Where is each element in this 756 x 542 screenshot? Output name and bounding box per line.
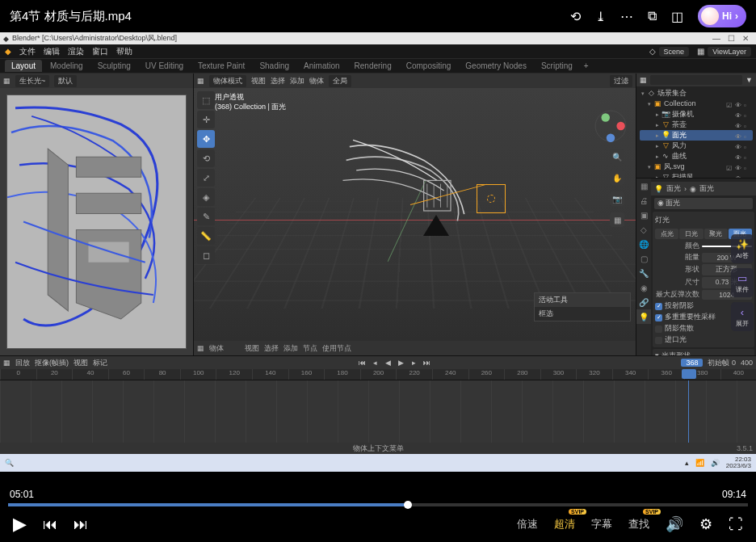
ai-button[interactable]: ✨AI答 <box>731 234 754 263</box>
outliner-type-icon[interactable]: ▦ <box>640 76 647 84</box>
tab-scripting[interactable]: Scripting <box>535 60 579 72</box>
filter-dropdown[interactable]: 过滤 <box>610 75 632 87</box>
light-name-field[interactable]: ◉ 面光 <box>654 197 753 210</box>
footer-view[interactable]: 视图 <box>245 343 259 354</box>
volume-icon[interactable]: 🔊 <box>711 459 720 467</box>
image-canvas[interactable] <box>0 88 193 355</box>
outliner-svg-item1[interactable]: ▸▽扫描风👁▫ <box>640 172 753 179</box>
outliner-root[interactable]: ▾◇场景集合 <box>640 88 753 99</box>
props-tab-view[interactable]: ▣ <box>636 208 651 222</box>
start-frame[interactable]: 初始帧 0 <box>708 358 736 368</box>
editor-icon[interactable]: ▦ <box>197 344 204 352</box>
select-menu[interactable]: 选择 <box>271 76 285 86</box>
settings-button[interactable]: ⚙ <box>699 515 712 533</box>
props-tab-modifier[interactable]: 🔧 <box>636 266 651 280</box>
props-tab-output[interactable]: 🖨 <box>636 193 651 208</box>
minimize-button[interactable]: — <box>709 34 724 43</box>
progress-bar[interactable] <box>8 503 748 506</box>
blender-logo-icon[interactable]: ◆ <box>5 47 11 56</box>
light-section-header[interactable]: 灯光 <box>655 213 752 227</box>
play-icon[interactable]: ▶ <box>395 359 406 367</box>
object-menu[interactable]: 物体 <box>309 76 324 86</box>
props-tab-object[interactable]: ▢ <box>636 251 651 266</box>
filter-icon[interactable]: ▼ <box>746 76 753 84</box>
outliner-arealight[interactable]: ▸💡面光👁▫ <box>640 130 753 141</box>
camera-view-icon[interactable]: 📷 <box>610 191 624 206</box>
play-reverse-icon[interactable]: ◀ <box>382 359 393 367</box>
transform-tool[interactable]: ◈ <box>197 188 215 206</box>
editor-type-icon[interactable]: ▦ <box>197 77 204 85</box>
theater-icon[interactable]: ◫ <box>671 9 683 24</box>
menu-window[interactable]: 窗口 <box>92 46 108 57</box>
tab-rendering[interactable]: Rendering <box>348 60 398 72</box>
menu-render[interactable]: 渲染 <box>68 46 84 57</box>
outliner-search[interactable] <box>650 75 742 85</box>
viewlayer-selector[interactable]: ▦ ViewLayer <box>697 47 751 57</box>
outliner-wind[interactable]: ▸▽风力👁▫ <box>640 141 753 151</box>
tab-geonodes[interactable]: Geometry Nodes <box>459 60 533 72</box>
active-tool-header[interactable]: 活动工具 <box>535 293 630 307</box>
tab-compositing[interactable]: Compositing <box>400 60 458 72</box>
tab-layout[interactable]: Layout <box>5 60 42 72</box>
scale-tool[interactable]: ⤢ <box>197 169 215 187</box>
light-type-spot[interactable]: 聚光 <box>704 229 728 239</box>
timeline-type-icon[interactable]: ▦ <box>3 359 10 367</box>
end-frame[interactable]: 400 <box>741 359 753 367</box>
annotate-tool[interactable]: ✎ <box>197 208 215 225</box>
scene-selector[interactable]: ◇ Scene <box>649 47 690 57</box>
tab-texture[interactable]: Texture Paint <box>191 60 251 72</box>
area-light-gizmo[interactable] <box>477 184 506 213</box>
tab-modeling[interactable]: Modeling <box>44 60 90 72</box>
quality-button[interactable]: 超清SVIP <box>554 517 575 531</box>
add-menu[interactable]: 添加 <box>290 76 304 86</box>
add-cube-tool[interactable]: ◻ <box>197 246 215 264</box>
keying-menu[interactable]: 抠像(帧插) <box>35 358 69 368</box>
props-tab-constraint[interactable]: 🔗 <box>636 295 651 309</box>
footer-object[interactable]: 物体 <box>209 343 224 354</box>
add-tab-button[interactable]: + <box>584 61 589 70</box>
view-menu[interactable]: 视图 <box>251 76 266 86</box>
expand-button[interactable]: ‹展开 <box>731 302 754 331</box>
menu-file[interactable]: 文件 <box>19 46 36 57</box>
search-icon[interactable]: 🔍 <box>5 459 14 467</box>
jump-end-icon[interactable]: ⏭ <box>421 359 432 367</box>
outliner-teapot[interactable]: ▸▽茶壶👁▫ <box>640 120 753 130</box>
tray-icon[interactable]: ▴ <box>685 459 689 467</box>
wifi-icon[interactable]: 📶 <box>695 459 704 467</box>
move-tool[interactable]: ✥ <box>197 130 215 148</box>
camera-gizmo[interactable] <box>423 215 449 236</box>
outliner-camera[interactable]: ▸📷摄像机👁▫ <box>640 109 753 120</box>
orientation[interactable]: 全局 <box>329 75 351 87</box>
use-nodes-toggle[interactable]: 使用节点 <box>322 343 351 354</box>
fullscreen-button[interactable]: ⛶ <box>729 516 743 533</box>
footer-select[interactable]: 选择 <box>264 343 279 354</box>
mode-selector[interactable]: 物体模式 <box>209 75 246 87</box>
light-type-point[interactable]: 点光 <box>655 229 678 239</box>
prev-button[interactable]: ⏮ <box>43 516 57 533</box>
next-key-icon[interactable]: ▸ <box>408 359 419 367</box>
props-tab-data[interactable]: 💡 <box>636 309 651 324</box>
editor-type-icon[interactable]: ▦ <box>3 77 10 85</box>
outliner-svg[interactable]: ▾▣风.svg☑👁▫ <box>640 162 753 172</box>
more-icon[interactable]: ⋯ <box>620 9 633 24</box>
measure-tool[interactable]: 📏 <box>197 227 215 245</box>
playback-menu[interactable]: 回放 <box>15 358 30 368</box>
volume-button[interactable]: 🔊 <box>666 515 683 533</box>
tab-uv[interactable]: UV Editing <box>139 60 190 72</box>
outliner-curves[interactable]: ▸∿曲线👁▫ <box>640 151 753 162</box>
zoom-icon[interactable]: 🔍 <box>610 149 624 164</box>
outliner-collection[interactable]: ▾▣Collection☑👁▫ <box>640 99 753 109</box>
light-type-sun[interactable]: 日光 <box>679 229 703 239</box>
menu-help[interactable]: 帮助 <box>116 46 132 57</box>
prev-key-icon[interactable]: ◂ <box>369 359 380 367</box>
play-button[interactable]: ▶ <box>13 514 27 535</box>
footer-add[interactable]: 添加 <box>284 343 298 354</box>
hi-badge[interactable]: Hi › <box>698 5 746 27</box>
share-icon[interactable]: ⟲ <box>570 9 581 24</box>
props-tab-world[interactable]: 🌐 <box>636 237 651 251</box>
next-button[interactable]: ⏭ <box>74 516 88 533</box>
menu-edit[interactable]: 编辑 <box>44 46 60 57</box>
viewport-3d[interactable]: 用户透视 (368) Collection | 面光 ⬚ ✛ ✥ ⟲ ⤢ ◈ ✎… <box>194 88 636 341</box>
tab-sculpting[interactable]: Sculpting <box>91 60 137 72</box>
image-slot[interactable]: 默认 <box>54 75 77 87</box>
